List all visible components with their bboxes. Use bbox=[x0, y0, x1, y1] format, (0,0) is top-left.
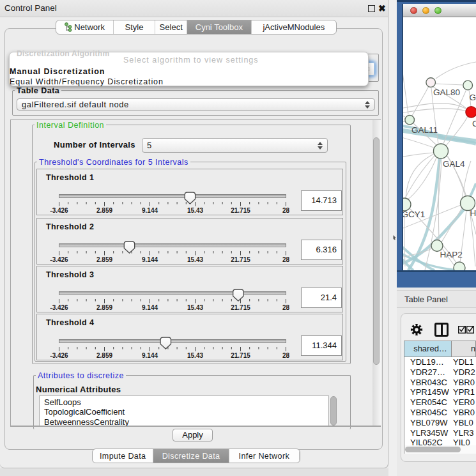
svg-text:GCY1: GCY1 bbox=[403, 210, 425, 219]
svg-text:-3.426: -3.426 bbox=[50, 352, 68, 359]
svg-text:C...: C... bbox=[472, 119, 476, 128]
svg-text:GAL11: GAL11 bbox=[411, 125, 438, 135]
svg-text:15.43: 15.43 bbox=[187, 207, 203, 214]
svg-text:28: 28 bbox=[282, 207, 290, 214]
svg-text:9.144: 9.144 bbox=[142, 207, 158, 214]
svg-text:21.715: 21.715 bbox=[231, 207, 250, 214]
svg-text:15.43: 15.43 bbox=[187, 256, 203, 263]
svg-text:21.715: 21.715 bbox=[231, 352, 250, 359]
svg-text:G...: G... bbox=[470, 93, 476, 102]
svg-text:H: H bbox=[470, 208, 476, 218]
svg-text:-3.426: -3.426 bbox=[50, 207, 68, 214]
svg-text:2.859: 2.859 bbox=[96, 304, 112, 311]
svg-text:GAL80: GAL80 bbox=[433, 88, 460, 97]
svg-text:9.144: 9.144 bbox=[142, 256, 158, 263]
svg-text:HAP2: HAP2 bbox=[440, 250, 463, 259]
svg-text:GAL4: GAL4 bbox=[443, 159, 465, 169]
svg-text:28: 28 bbox=[282, 304, 290, 311]
svg-text:21.715: 21.715 bbox=[231, 256, 250, 263]
svg-text:9.144: 9.144 bbox=[142, 352, 158, 359]
svg-text:-3.426: -3.426 bbox=[50, 256, 68, 263]
svg-text:15.43: 15.43 bbox=[187, 352, 203, 359]
svg-text:2.859: 2.859 bbox=[96, 352, 112, 359]
svg-text:28: 28 bbox=[282, 352, 290, 359]
svg-text:28: 28 bbox=[282, 256, 290, 263]
svg-text:15.43: 15.43 bbox=[187, 304, 203, 311]
svg-text:-3.426: -3.426 bbox=[50, 304, 68, 311]
svg-text:2.859: 2.859 bbox=[96, 207, 112, 214]
svg-text:21.715: 21.715 bbox=[231, 304, 250, 311]
svg-text:2.859: 2.859 bbox=[96, 256, 112, 263]
svg-text:9.144: 9.144 bbox=[142, 304, 158, 311]
